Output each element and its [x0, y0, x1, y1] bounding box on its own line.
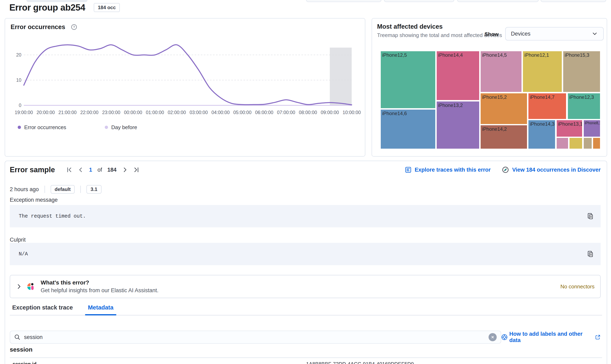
prev-page-button[interactable]: [78, 167, 84, 173]
treemap-tile[interactable]: [569, 137, 583, 149]
sample-pagination: 1 of 184: [66, 167, 139, 173]
treemap-tile-iphone13-1[interactable]: iPhone13,1: [556, 120, 583, 137]
search-icon: [14, 334, 20, 340]
treemap-tile[interactable]: [593, 137, 600, 149]
svg-text:07:00:00: 07:00:00: [277, 110, 295, 115]
chevron-right-icon[interactable]: [16, 284, 22, 290]
how-to-add-labels-label: How to add labels and other data: [509, 331, 593, 343]
trace-explorer-icon: [405, 167, 412, 173]
svg-text:05:00:00: 05:00:00: [233, 110, 252, 115]
current-page: 1: [89, 167, 92, 173]
elastic-ai-assistant-icon: [27, 283, 35, 290]
external-link-icon: [595, 334, 601, 340]
treemap-tile-label: iPhone15,3: [563, 51, 600, 59]
most-affected-devices-panel: Most affected devices Treemap showing th…: [372, 18, 607, 156]
error-sample-title: Error sample: [10, 166, 55, 174]
total-pages: 184: [107, 167, 117, 173]
svg-text:00:00:00: 00:00:00: [124, 110, 142, 115]
treemap-tile-label: iPhone12,5: [381, 51, 435, 59]
of-label: of: [97, 167, 102, 173]
cutoff-toolbar-control[interactable]: [306, 0, 381, 2]
cutoff-toolbar-control[interactable]: [457, 0, 539, 2]
treemap-tile[interactable]: [583, 137, 592, 149]
explore-traces-link[interactable]: Explore traces with this error: [405, 167, 491, 173]
metadata-search-input[interactable]: [10, 331, 501, 344]
treemap-tile[interactable]: [556, 137, 569, 149]
ai-assistant-accordion[interactable]: What's this error? Get helpful insights …: [10, 275, 601, 298]
help-icon[interactable]: ?: [71, 24, 77, 30]
last-page-button[interactable]: [133, 167, 139, 173]
occurrences-count-badge: 184 occ: [94, 3, 120, 12]
treemap-tile-label: iPhone14,3: [528, 120, 555, 128]
copy-icon[interactable]: [587, 250, 594, 258]
svg-text:?: ?: [73, 25, 75, 29]
tab-metadata[interactable]: Metadata: [85, 304, 116, 315]
error-occurrences-panel: Error occurrences ? 0102019:00:0020:00:0…: [5, 18, 365, 156]
cutoff-toolbar-control[interactable]: [541, 0, 606, 2]
first-page-button[interactable]: [66, 167, 72, 173]
copy-icon[interactable]: [587, 213, 594, 220]
treemap-tile-label: iPhone14,4: [437, 51, 479, 59]
legend-item-error-occurrences[interactable]: Error occurrences: [18, 123, 66, 131]
treemap-tile-iphone15-3[interactable]: iPhone15,3: [563, 51, 600, 92]
treemap-tile-iphone14-7[interactable]: iPhone14,7: [528, 93, 566, 119]
cutoff-toolbar-control[interactable]: [26, 0, 88, 2]
svg-text:23:00:00: 23:00:00: [102, 110, 120, 115]
treemap-tile-iphone14-4[interactable]: iPhone14,4: [436, 51, 480, 101]
tab-exception-stack-trace[interactable]: Exception stack trace: [10, 304, 76, 315]
devices-panel-title: Most affected devices: [377, 23, 442, 30]
culprit-value: N/A: [10, 251, 28, 257]
treemap-tile-label: iPhone14,7: [528, 93, 566, 101]
treemap-tile-label: iPhone8,1: [584, 120, 600, 126]
version-badge[interactable]: 3.1: [86, 185, 101, 194]
treemap-tile-iphone14-5[interactable]: iPhone14,5: [480, 51, 522, 92]
sample-tabs: Exception stack trace Metadata: [10, 304, 602, 315]
no-connectors-status: No connectors: [560, 284, 595, 290]
cutoff-toolbar-control[interactable]: [384, 0, 454, 2]
treemap-tile-label: iPhone13,2: [437, 102, 479, 109]
treemap-tile-iphone14-3[interactable]: iPhone14,3: [528, 120, 556, 149]
separator: [80, 186, 81, 193]
svg-text:06:00:00: 06:00:00: [255, 110, 273, 115]
svg-text:19:00:00: 19:00:00: [15, 110, 33, 115]
table-row[interactable]: session.id 1A8B8BBF-72DD-4ACC-91B4-40169…: [10, 357, 602, 364]
view-occurrences-discover-link[interactable]: View 184 occurrences in Discover: [502, 166, 601, 173]
svg-text:03:00:00: 03:00:00: [190, 110, 208, 115]
treemap-tile-iphone14-6[interactable]: iPhone14,6: [380, 109, 436, 149]
how-to-add-labels-link[interactable]: How to add labels and other data: [501, 331, 601, 343]
next-page-button[interactable]: [122, 167, 128, 173]
show-label: Show: [484, 31, 498, 38]
devices-select[interactable]: Devices: [505, 27, 604, 40]
treemap-tile-iphone12-3[interactable]: iPhone12,3: [568, 93, 600, 119]
treemap-tile-iphone8-1[interactable]: iPhone8,1: [583, 120, 600, 137]
search-text[interactable]: [24, 334, 485, 340]
error-occurrences-chart[interactable]: 0102019:00:0020:00:0021:00:0022:00:0023:…: [5, 35, 366, 122]
legend-dot: [105, 126, 108, 129]
treemap-tile-label: iPhone12,3: [568, 93, 600, 101]
treemap-tile-iphone15-2[interactable]: iPhone15,2: [480, 93, 527, 124]
treemap-tile-label: iPhone14,2: [481, 125, 527, 133]
legend-dot: [18, 126, 21, 129]
culprit-block: N/A: [10, 243, 601, 265]
assistant-subtitle: Get helpful insights from our Elastic AI…: [41, 287, 158, 294]
treemap-tile-iphone12-1[interactable]: iPhone12,1: [522, 51, 562, 92]
treemap-tile-iphone12-5[interactable]: iPhone12,5: [380, 51, 436, 109]
treemap-tile-label: iPhone14,5: [481, 51, 521, 59]
svg-text:22:00:00: 22:00:00: [80, 110, 99, 115]
legend-item-day-before[interactable]: Day before: [105, 123, 137, 131]
devices-treemap[interactable]: iPhone12,5iPhone14,6iPhone14,4iPhone13,2…: [380, 51, 600, 149]
treemap-tile-label: iPhone12,1: [523, 51, 562, 59]
error-group-page: Error group ab254 184 occ Error occurren…: [0, 0, 611, 364]
environment-badge[interactable]: default: [51, 185, 75, 194]
treemap-tile-iphone14-2[interactable]: iPhone14,2: [480, 125, 527, 149]
error-sample-panel: Error sample 1 of 184 Explore traces wit…: [5, 161, 607, 364]
svg-text:20: 20: [16, 52, 21, 58]
page-header: Error group ab254 184 occ: [9, 2, 120, 13]
treemap-tile-label: iPhone14,6: [381, 110, 435, 117]
clear-search-icon[interactable]: [489, 333, 497, 341]
discover-compass-icon: [502, 166, 509, 173]
chevron-down-icon: [591, 30, 598, 37]
svg-text:08:00:00: 08:00:00: [299, 110, 317, 115]
legend-label: Error occurrences: [24, 124, 66, 130]
treemap-tile-iphone13-2[interactable]: iPhone13,2: [436, 101, 480, 149]
